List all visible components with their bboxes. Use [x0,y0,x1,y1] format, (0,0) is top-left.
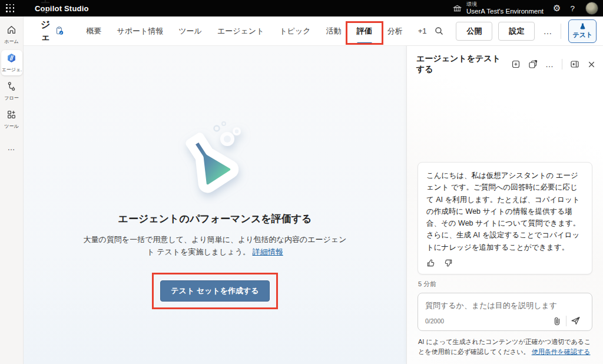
agent-tabs: 概要 サポート情報 ツール エージェント トピック 活動 評価 分析 +1 [78,16,434,46]
chat-input-container: 0/2000 [418,293,592,331]
divider [561,24,561,39]
settings-button[interactable]: 設定 [498,22,535,41]
user-avatar[interactable] [585,2,598,15]
close-panel-icon[interactable] [587,60,596,69]
copilot-studio-app: Copilot Studio 環境 UserA Test's Environme… [0,0,603,364]
attach-file-icon[interactable] [548,316,566,326]
tab-knowledge[interactable]: サポート情報 [109,16,171,46]
help-icon[interactable]: ? [570,4,575,13]
publish-button[interactable]: 公開 [456,22,492,41]
dock-panel-icon[interactable] [570,59,579,69]
tab-analytics[interactable]: 分析 [380,16,410,46]
nav-more-button[interactable]: … [541,26,555,36]
sidebar-item-label: ツール [4,123,18,130]
flow-icon [6,81,16,94]
sidebar-item-label: ホーム [4,38,18,45]
selected-tab-underline [357,42,372,44]
test-agent-panel: エージェントをテストする … [406,46,603,364]
evaluate-empty-state: エージェントのパフォーマンスを評価する 大量の質問を一括で用意して、より簡単に、… [24,46,406,364]
top-bar: Copilot Studio 環境 UserA Test's Environme… [0,0,603,16]
settings-gear-icon[interactable]: ⚙ [553,3,561,14]
tab-agents[interactable]: エージェント [210,16,272,46]
tab-tools[interactable]: ツール [171,16,210,46]
ai-disclaimer: AI によって生成されたコンテンツが正確かつ適切であることを使用前に必ず確認して… [418,337,592,357]
sidebar-item-home[interactable]: ホーム [1,22,22,47]
app-launcher-icon[interactable] [6,4,15,13]
sidebar-item-flows[interactable]: フロー [1,78,22,104]
left-navigation-rail: ホーム エージェ... フロー [0,16,24,364]
sidebar-item-label: フロー [4,95,18,101]
test-panel-title: エージェントをテストする [416,54,503,75]
sidebar-item-tools[interactable]: ツール [1,107,22,132]
sidebar-more-button[interactable]: … [8,143,16,152]
message-timestamp: 5 分前 [418,280,592,289]
environment-icon [453,4,462,13]
divider [562,59,562,70]
tab-overview[interactable]: 概要 [78,16,109,46]
agent-message-text: こんにちは、私は仮想アシスタントの エージェント です。ご質問への回答時に必要に… [426,171,580,252]
search-icon[interactable] [434,26,444,36]
tab-overflow[interactable]: +1 [410,16,435,46]
tab-topics[interactable]: トピック [271,16,318,46]
tab-activity[interactable]: 活動 [319,16,349,46]
thumbs-down-icon[interactable] [444,259,453,267]
flask-icon [579,22,587,30]
new-conversation-icon[interactable] [511,59,521,69]
terms-link[interactable]: 使用条件を確認する [532,348,591,355]
char-count: 0/2000 [425,317,548,325]
chat-area: こんにちは、私は仮想アシスタントの エージェント です。ご質問への回答時に必要に… [407,80,603,364]
sidebar-item-agents[interactable]: エージェ... [1,50,22,75]
tab-evaluate[interactable]: 評価 [349,16,380,46]
environment-label: 環境 [466,1,544,7]
environment-name: UserA Test's Environment [466,8,544,15]
agent-nav-bar: エージェント 概要 サポート情報 ツール エージェント トピック 活動 評価 分… [24,16,603,46]
copy-clipboard-icon[interactable] [55,26,64,38]
chat-input[interactable] [425,301,585,310]
flask-illustration [168,115,262,204]
panel-more-button[interactable]: … [545,61,554,67]
activity-map-icon[interactable] [528,59,538,69]
empty-state-heading: エージェントのパフォーマンスを評価する [118,212,312,226]
tools-icon [6,110,16,122]
create-test-set-button[interactable]: テスト セットを作成する [160,280,269,302]
send-message-icon[interactable] [566,316,585,326]
learn-more-link[interactable]: 詳細情報 [253,247,283,256]
empty-state-description: 大量の質問を一括で用意して、より簡単に、より包括的な内容のエージェント テストを… [79,233,350,259]
environment-picker[interactable]: 環境 UserA Test's Environment [453,1,544,15]
agent-message-bubble: こんにちは、私は仮想アシスタントの エージェント です。ご質問への回答時に必要に… [418,162,592,274]
thumbs-up-icon[interactable] [426,259,435,267]
test-panel-header: エージェントをテストする … [407,46,603,80]
test-button[interactable]: テスト [568,19,597,43]
home-icon [6,25,16,37]
agent-icon [6,53,16,65]
sidebar-item-label: エージェ... [2,67,22,73]
